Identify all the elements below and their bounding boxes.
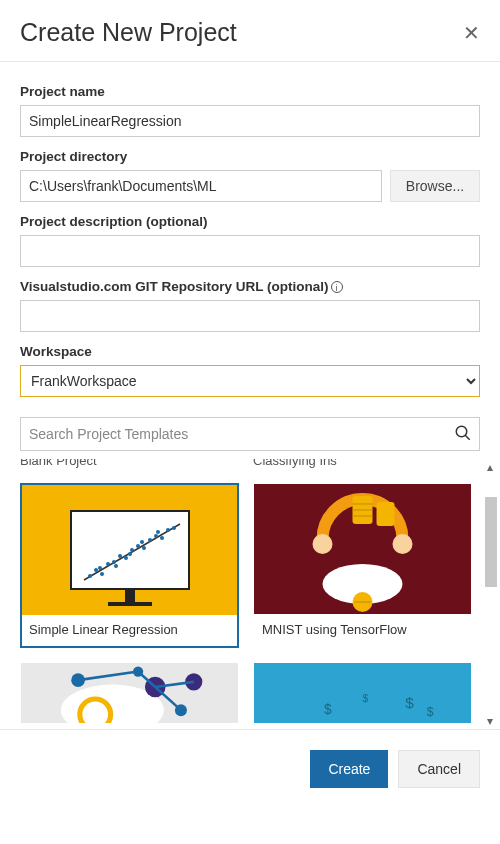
svg-point-12 bbox=[142, 546, 146, 550]
svg-point-6 bbox=[106, 562, 110, 566]
svg-point-17 bbox=[172, 526, 176, 530]
scrollbar-thumb[interactable] bbox=[485, 497, 497, 587]
svg-point-24 bbox=[313, 534, 333, 554]
svg-point-7 bbox=[112, 560, 116, 564]
workspace-select[interactable]: FrankWorkspace bbox=[20, 365, 480, 397]
template-card-mnist[interactable]: MNIST using TensorFlow bbox=[253, 483, 472, 648]
git-url-input[interactable] bbox=[20, 300, 480, 332]
create-button[interactable]: Create bbox=[310, 750, 388, 788]
svg-text:$: $ bbox=[427, 705, 434, 719]
project-directory-input[interactable] bbox=[20, 170, 382, 202]
svg-point-11 bbox=[136, 544, 140, 548]
svg-line-40 bbox=[78, 672, 138, 681]
template-thumb bbox=[254, 484, 471, 614]
svg-point-0 bbox=[456, 426, 467, 437]
svg-point-22 bbox=[156, 530, 160, 534]
project-name-input[interactable] bbox=[20, 105, 480, 137]
svg-point-5 bbox=[100, 572, 104, 576]
svg-line-1 bbox=[465, 435, 470, 440]
template-thumb: $ $ $ $ bbox=[254, 663, 471, 723]
svg-rect-27 bbox=[377, 502, 395, 526]
svg-point-14 bbox=[154, 534, 158, 538]
workspace-label: Workspace bbox=[20, 344, 92, 359]
svg-point-19 bbox=[114, 564, 118, 568]
svg-point-10 bbox=[130, 548, 134, 552]
svg-point-18 bbox=[98, 566, 102, 570]
svg-point-4 bbox=[94, 568, 98, 572]
project-directory-label: Project directory bbox=[20, 149, 127, 164]
scroll-down-icon[interactable]: ▾ bbox=[484, 715, 496, 727]
svg-text:$: $ bbox=[405, 694, 414, 711]
svg-point-20 bbox=[128, 552, 132, 556]
git-url-label: Visualstudio.com GIT Repository URL (opt… bbox=[20, 279, 329, 294]
template-label-cutoff: Blank Project bbox=[20, 459, 239, 469]
svg-point-16 bbox=[166, 528, 170, 532]
svg-text:$: $ bbox=[363, 693, 369, 704]
svg-point-15 bbox=[160, 536, 164, 540]
project-description-label: Project description (optional) bbox=[20, 214, 208, 229]
template-card-partial[interactable]: $ $ $ $ bbox=[253, 662, 472, 724]
svg-point-3 bbox=[88, 574, 92, 578]
scroll-up-icon[interactable]: ▴ bbox=[484, 461, 496, 473]
project-description-input[interactable] bbox=[20, 235, 480, 267]
template-label-cutoff: Classifying Iris bbox=[253, 459, 472, 469]
template-card-slr[interactable]: Simple Linear Regression bbox=[20, 483, 239, 648]
monitor-icon bbox=[70, 510, 190, 590]
svg-point-21 bbox=[140, 540, 144, 544]
svg-text:$: $ bbox=[324, 702, 332, 717]
browse-button[interactable]: Browse... bbox=[390, 170, 480, 202]
template-card-partial[interactable] bbox=[20, 662, 239, 724]
template-thumb bbox=[22, 485, 237, 615]
info-icon[interactable]: i bbox=[331, 281, 343, 293]
svg-point-9 bbox=[124, 556, 128, 560]
template-label: Simple Linear Regression bbox=[22, 615, 237, 646]
project-name-label: Project name bbox=[20, 84, 105, 99]
svg-point-8 bbox=[118, 554, 122, 558]
dialog-title: Create New Project bbox=[20, 18, 237, 47]
template-thumb bbox=[21, 663, 238, 723]
template-label: MNIST using TensorFlow bbox=[254, 614, 471, 647]
search-input[interactable] bbox=[20, 417, 480, 451]
svg-point-25 bbox=[393, 534, 413, 554]
search-icon[interactable] bbox=[454, 424, 472, 442]
cancel-button[interactable]: Cancel bbox=[398, 750, 480, 788]
templates-area: ▴ ▾ Blank Project Classifying Iris bbox=[0, 459, 500, 729]
svg-point-13 bbox=[148, 538, 152, 542]
close-icon[interactable]: ✕ bbox=[463, 21, 480, 45]
